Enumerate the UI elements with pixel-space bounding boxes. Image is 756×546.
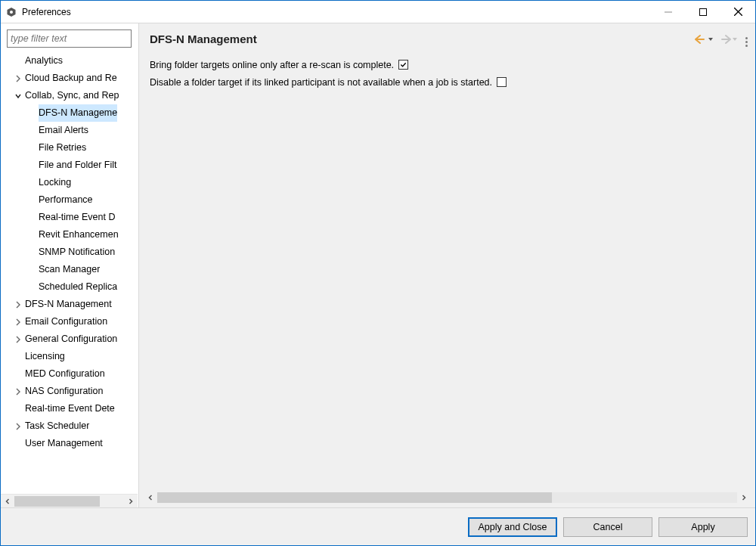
tree-item[interactable]: Cloud Backup and Re bbox=[1, 70, 138, 87]
tree-item-label: DFS-N Manageme bbox=[39, 104, 117, 122]
scroll-right-icon[interactable] bbox=[124, 495, 138, 508]
nav-sidebar: AnalyticsCloud Backup and ReCollab, Sync… bbox=[1, 23, 138, 507]
twisty-placeholder bbox=[26, 265, 37, 275]
tree-item-label: General Configuration bbox=[25, 330, 117, 348]
tree-item[interactable]: File and Folder Filt bbox=[1, 157, 138, 174]
twisty-placeholder bbox=[26, 247, 37, 258]
tree-item-label: File and Folder Filt bbox=[39, 157, 117, 174]
scroll-left-icon[interactable] bbox=[1, 495, 14, 508]
history-forward-button[interactable] bbox=[718, 34, 738, 45]
tree-item[interactable]: NAS Configuration bbox=[1, 383, 138, 400]
twisty-placeholder bbox=[13, 352, 23, 362]
option-row: Disable a folder target if its linked pa… bbox=[150, 73, 745, 91]
twisty-placeholder bbox=[26, 282, 37, 293]
tree-item-label: Real-time Event D bbox=[39, 209, 115, 226]
tree-item[interactable]: Real-time Event Dete bbox=[1, 400, 138, 417]
option-label: Disable a folder target if its linked pa… bbox=[150, 77, 492, 88]
expand-icon[interactable] bbox=[13, 386, 23, 397]
tree-item-label: Licensing bbox=[25, 348, 65, 365]
tree-item-label: Scan Manager bbox=[39, 261, 100, 278]
scroll-right-icon[interactable] bbox=[737, 491, 751, 504]
close-button[interactable] bbox=[720, 1, 755, 23]
titlebar: Preferences bbox=[1, 1, 755, 23]
tree-item[interactable]: Revit Enhancemen bbox=[1, 226, 138, 244]
tree-item[interactable]: Collab, Sync, and Rep bbox=[1, 87, 138, 104]
twisty-placeholder bbox=[13, 404, 23, 414]
app-icon bbox=[1, 7, 22, 17]
tree-item[interactable]: DFS-N Manageme bbox=[1, 104, 138, 122]
collapse-icon[interactable] bbox=[13, 91, 23, 101]
filter-input[interactable] bbox=[7, 29, 132, 48]
tree-item-label: DFS-N Management bbox=[25, 296, 112, 313]
twisty-placeholder bbox=[26, 108, 37, 119]
tree-item[interactable]: Email Configuration bbox=[1, 313, 138, 330]
tree-item-label: Task Scheduler bbox=[25, 417, 89, 435]
maximize-button[interactable] bbox=[686, 1, 720, 23]
tree-item[interactable]: Scan Manager bbox=[1, 261, 138, 278]
tree-item-label: File Retries bbox=[39, 139, 86, 157]
svg-point-1 bbox=[10, 11, 13, 14]
expand-icon[interactable] bbox=[13, 334, 23, 345]
window-title: Preferences bbox=[22, 7, 71, 17]
nav-horizontal-scrollbar[interactable] bbox=[1, 494, 138, 507]
tree-item-label: Scheduled Replica bbox=[39, 278, 117, 296]
tree-item-label: Email Configuration bbox=[25, 313, 107, 330]
svg-rect-3 bbox=[700, 8, 707, 15]
tree-item[interactable]: SNMP Notification bbox=[1, 244, 138, 261]
tree-item[interactable]: User Management bbox=[1, 435, 138, 452]
tree-item[interactable]: Licensing bbox=[1, 348, 138, 365]
option-label: Bring folder targets online only after a… bbox=[150, 60, 394, 70]
tree-item-label: Collab, Sync, and Rep bbox=[25, 87, 119, 104]
expand-icon[interactable] bbox=[13, 421, 23, 432]
tree-item[interactable]: General Configuration bbox=[1, 330, 138, 348]
apply-and-close-button[interactable]: Apply and Close bbox=[468, 517, 557, 537]
tree-item-label: Performance bbox=[39, 191, 93, 209]
option-checkbox[interactable] bbox=[398, 60, 408, 70]
page-title: DFS-N Management bbox=[150, 33, 691, 45]
scroll-left-icon[interactable] bbox=[144, 491, 157, 504]
tree-item-label: User Management bbox=[25, 435, 103, 452]
twisty-placeholder bbox=[26, 160, 37, 171]
tree-item[interactable]: File Retries bbox=[1, 139, 138, 157]
tree-item[interactable]: Scheduled Replica bbox=[1, 278, 138, 296]
view-menu-button[interactable] bbox=[745, 31, 748, 47]
history-back-button[interactable] bbox=[694, 34, 714, 45]
twisty-placeholder bbox=[26, 126, 37, 136]
minimize-button[interactable] bbox=[651, 1, 686, 23]
dropdown-icon[interactable] bbox=[708, 34, 714, 45]
tree-item[interactable]: Locking bbox=[1, 174, 138, 191]
twisty-placeholder bbox=[26, 195, 37, 206]
twisty-placeholder bbox=[13, 369, 23, 380]
tree-item-label: Locking bbox=[39, 174, 71, 191]
option-checkbox[interactable] bbox=[497, 77, 507, 87]
tree-item-label: SNMP Notification bbox=[39, 244, 115, 261]
option-row: Bring folder targets online only after a… bbox=[150, 56, 745, 73]
dropdown-icon bbox=[732, 34, 738, 45]
tree-item[interactable]: Real-time Event D bbox=[1, 209, 138, 226]
preferences-tree[interactable]: AnalyticsCloud Backup and ReCollab, Sync… bbox=[1, 51, 138, 494]
tree-item[interactable]: Email Alerts bbox=[1, 122, 138, 139]
cancel-button[interactable]: Cancel bbox=[563, 517, 652, 537]
content-horizontal-scrollbar[interactable] bbox=[144, 491, 751, 504]
apply-button[interactable]: Apply bbox=[658, 517, 748, 537]
twisty-placeholder bbox=[26, 213, 37, 223]
expand-icon[interactable] bbox=[13, 299, 23, 310]
expand-icon[interactable] bbox=[13, 73, 23, 84]
expand-icon[interactable] bbox=[13, 317, 23, 327]
tree-item-label: Cloud Backup and Re bbox=[25, 70, 117, 87]
tree-item[interactable]: MED Configuration bbox=[1, 365, 138, 383]
twisty-placeholder bbox=[26, 230, 37, 240]
tree-item-label: Revit Enhancemen bbox=[39, 226, 119, 244]
form-area: Bring folder targets online only after a… bbox=[139, 53, 755, 491]
tree-item[interactable]: Task Scheduler bbox=[1, 417, 138, 435]
tree-item-label: NAS Configuration bbox=[25, 383, 104, 400]
tree-item[interactable]: Analytics bbox=[1, 52, 138, 70]
twisty-placeholder bbox=[13, 439, 23, 449]
tree-item[interactable]: DFS-N Management bbox=[1, 296, 138, 313]
tree-item-label: Email Alerts bbox=[39, 122, 88, 139]
tree-item-label: Analytics bbox=[25, 52, 63, 70]
twisty-placeholder bbox=[26, 143, 37, 154]
tree-item[interactable]: Performance bbox=[1, 191, 138, 209]
svg-marker-7 bbox=[733, 38, 737, 41]
svg-marker-6 bbox=[708, 38, 713, 41]
